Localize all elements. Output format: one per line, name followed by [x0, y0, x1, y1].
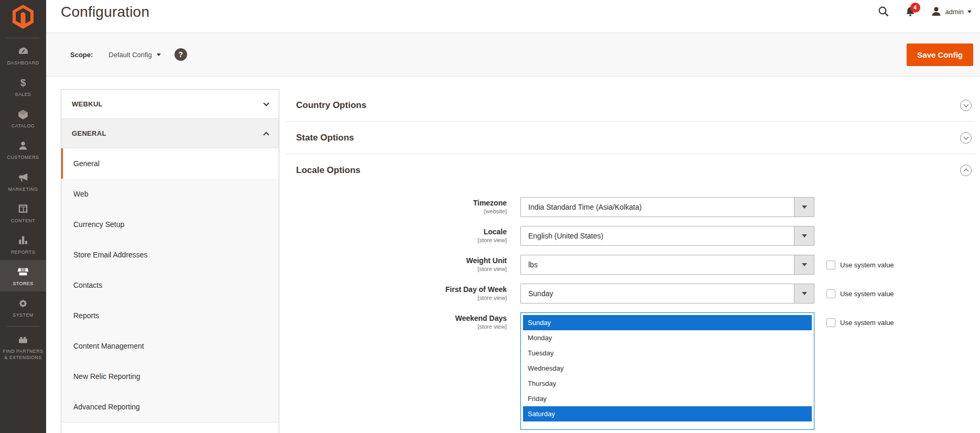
use-system-value-checkbox[interactable] [826, 261, 835, 269]
header-tools: 4 admin [877, 5, 972, 18]
field-row-first-day-of-week: First Day of Week [store view] Sunday Us… [286, 284, 975, 304]
admin-user-menu[interactable]: admin [931, 6, 972, 17]
expand-section-icon[interactable] [960, 100, 972, 111]
nav-item-label: Store Email Addresses [73, 251, 148, 259]
select-dropdown-button[interactable] [794, 226, 814, 245]
config-nav-group-general[interactable]: GENERAL [61, 119, 279, 148]
field-label-text: Locale [286, 228, 507, 236]
use-system-value-checkbox[interactable] [826, 289, 835, 298]
magento-logo-icon[interactable] [12, 4, 34, 31]
config-nav-item-reports[interactable]: Reports [61, 300, 279, 331]
field-label-text: Timezone [286, 199, 507, 208]
config-nav-item-currency-setup[interactable]: Currency Setup [61, 209, 279, 240]
menu-divider [7, 326, 39, 327]
config-nav-item-web[interactable]: Web [61, 179, 279, 209]
option-tuesday[interactable]: Tuesday [523, 345, 812, 361]
section-locale-options[interactable]: Locale Options [286, 154, 975, 187]
field-scope-hint: [store view] [286, 323, 507, 330]
nav-item-label: Web [73, 190, 89, 198]
option-wednesday[interactable]: Wednesday [523, 361, 812, 376]
sidebar-item-dashboard[interactable]: DASHBOARD [0, 39, 46, 71]
select-dropdown-button[interactable] [794, 198, 814, 216]
collapse-section-icon[interactable] [960, 165, 972, 176]
nav-item-label: Reports [73, 311, 99, 320]
field-scope-hint: [store view] [286, 236, 507, 244]
timezone-select[interactable]: India Standard Time (Asia/Kolkata) [520, 197, 814, 217]
option-thursday[interactable]: Thursday [523, 376, 812, 391]
config-nav-item-store-email-addresses[interactable]: Store Email Addresses [61, 240, 279, 270]
option-saturday[interactable]: Saturday [523, 406, 812, 421]
config-nav-item-contacts[interactable]: Contacts [61, 270, 279, 300]
sidebar-item-catalog[interactable]: CATALOG [0, 102, 46, 134]
nav-item-label: Currency Setup [73, 220, 124, 229]
sidebar-item-label: CUSTOMERS [7, 154, 39, 160]
locale-select[interactable]: English (United States) [520, 226, 814, 246]
weight-unit-select[interactable]: lbs [520, 255, 814, 275]
sales-icon: $ [20, 77, 26, 89]
section-country-options[interactable]: Country Options [286, 89, 975, 122]
select-value: Sunday [528, 289, 794, 298]
use-system-value-label: Use system value [840, 261, 894, 269]
chevron-down-icon [963, 102, 968, 107]
field-control: India Standard Time (Asia/Kolkata) [520, 197, 814, 217]
field-control: lbs [520, 255, 814, 275]
chevron-up-icon [263, 132, 269, 137]
sidebar-item-label: CONTENT [11, 218, 35, 224]
chevron-down-icon [802, 234, 807, 237]
page-header: Configuration 4 admin [46, 0, 980, 33]
system-icon [17, 297, 29, 309]
sidebar-item-stores[interactable]: STORES [0, 260, 46, 291]
weekend-days-multiselect[interactable]: Sunday Monday Tuesday Wednesday Thursday… [520, 312, 814, 430]
field-control: English (United States) [520, 226, 814, 246]
expand-section-icon[interactable] [960, 132, 972, 144]
sidebar-item-content[interactable]: CONTENT [0, 197, 46, 229]
section-title: State Options [296, 133, 354, 143]
config-nav-item-advanced-reporting[interactable]: Advanced Reporting [61, 392, 279, 422]
sidebar-item-marketing[interactable]: MARKETING [0, 166, 46, 197]
use-system-value-checkbox[interactable] [826, 318, 835, 327]
config-nav-item-general[interactable]: General [61, 148, 279, 179]
config-nav-group-webkul[interactable]: WEBKUL [61, 90, 279, 119]
field-scope-hint: [store view] [286, 265, 507, 273]
sidebar-item-system[interactable]: SYSTEM [0, 291, 46, 323]
option-sunday[interactable]: Sunday [523, 315, 812, 330]
scope-help-icon[interactable]: ? [175, 48, 187, 61]
chevron-down-icon [263, 100, 269, 106]
save-config-button[interactable]: Save Config [907, 44, 973, 66]
config-nav-item-content-management[interactable]: Content Management [61, 331, 279, 361]
option-monday[interactable]: Monday [523, 330, 812, 345]
use-system-value-label: Use system value [840, 290, 894, 298]
first-day-of-week-select[interactable]: Sunday [520, 284, 814, 304]
sidebar-item-reports[interactable]: REPORTS [0, 229, 46, 260]
option-friday[interactable]: Friday [523, 391, 812, 406]
chevron-down-icon [802, 263, 807, 266]
field-scope-hint: [store view] [286, 294, 507, 301]
config-nav-item-new-relic-reporting[interactable]: New Relic Reporting [61, 361, 279, 392]
nav-item-label: Content Management [73, 342, 144, 350]
sidebar-item-customers[interactable]: CUSTOMERS [0, 134, 46, 165]
sidebar-item-find-partners[interactable]: FIND PARTNERS & EXTENSIONS [1, 328, 45, 365]
nav-item-label: New Relic Reporting [73, 372, 140, 381]
select-dropdown-button[interactable] [794, 255, 814, 274]
nav-item-label: Contacts [73, 281, 102, 289]
scope-switcher[interactable]: Default Config [108, 51, 160, 59]
select-dropdown-button[interactable] [794, 284, 814, 303]
customers-icon [18, 139, 28, 151]
notifications-bell-icon[interactable]: 4 [905, 6, 916, 18]
nav-item-label: Advanced Reporting [73, 403, 140, 411]
config-nav-next-group-cutoff [61, 422, 279, 433]
select-value: India Standard Time (Asia/Kolkata) [528, 203, 794, 211]
field-scope-hint: [website] [286, 208, 507, 215]
search-icon[interactable] [877, 5, 890, 18]
use-system-value-cell: Use system value [826, 255, 894, 275]
admin-main-menu: DASHBOARD $ SALES CATALOG CUSTOMERS MARK… [0, 0, 46, 433]
field-row-weekend-days: Weekend Days [store view] Sunday Monday … [286, 312, 975, 430]
sidebar-item-sales[interactable]: $ SALES [0, 71, 46, 102]
field-row-timezone: Timezone [website] India Standard Time (… [286, 197, 975, 217]
chevron-down-icon [967, 10, 972, 13]
field-label: Locale [store view] [286, 226, 507, 244]
chevron-down-icon [157, 53, 161, 56]
section-state-options[interactable]: State Options [286, 122, 975, 154]
sidebar-item-label: FIND PARTNERS & EXTENSIONS [2, 348, 44, 361]
use-system-value-cell: Use system value [826, 284, 894, 304]
